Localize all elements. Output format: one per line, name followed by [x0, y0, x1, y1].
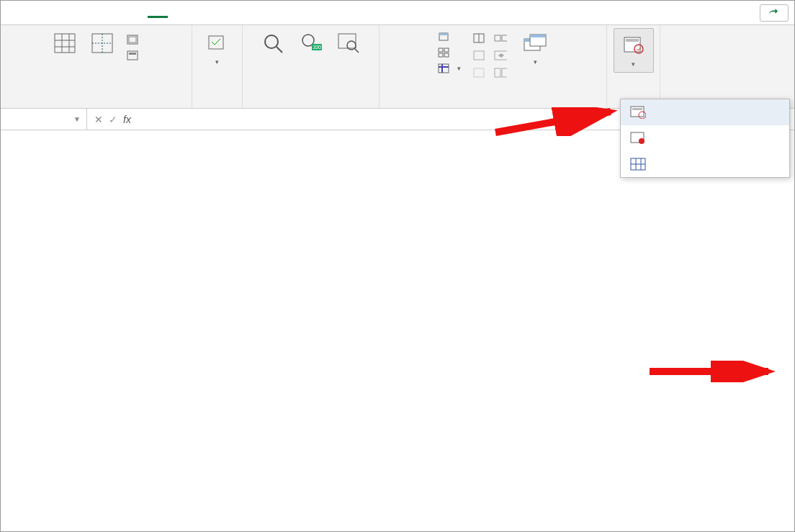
- custom-views-icon: [126, 50, 139, 61]
- switch-windows-button[interactable]: ▾: [518, 28, 552, 68]
- svg-rect-27: [444, 53, 449, 57]
- sync-scroll-button[interactable]: [493, 48, 508, 63]
- zoom-100-button[interactable]: 100: [295, 28, 328, 60]
- chevron-down-icon: ▾: [457, 65, 461, 72]
- svg-text:100: 100: [313, 45, 321, 50]
- zoom-selection-icon: [336, 31, 361, 55]
- tab-view[interactable]: [148, 7, 168, 18]
- tab-formulas[interactable]: [87, 9, 107, 17]
- svg-rect-34: [474, 68, 484, 77]
- chevron-down-icon: ▼: [73, 115, 81, 123]
- split-icon: [472, 32, 485, 44]
- tab-data[interactable]: [107, 9, 127, 17]
- zoom-100-icon: 100: [299, 31, 323, 55]
- macros-icon: [621, 33, 646, 58]
- sync-icon: [494, 50, 507, 61]
- show-dropdown-button[interactable]: ▾: [201, 28, 234, 68]
- freeze-panes-icon: [437, 63, 450, 74]
- svg-rect-26: [439, 53, 443, 57]
- chevron-down-icon: ▾: [534, 58, 537, 66]
- svg-rect-36: [502, 35, 507, 41]
- menu-bar: [1, 1, 794, 25]
- tab-review[interactable]: [127, 9, 148, 17]
- svg-rect-43: [530, 35, 546, 37]
- svg-rect-11: [129, 53, 136, 55]
- svg-rect-24: [439, 48, 443, 52]
- custom-views-button[interactable]: [123, 48, 145, 63]
- name-box[interactable]: ▼: [1, 109, 87, 130]
- group-show: ▾: [192, 25, 243, 108]
- svg-rect-39: [502, 68, 507, 77]
- dropdown-view-macros[interactable]: [621, 99, 789, 125]
- dropdown-record-macro[interactable]: [621, 125, 789, 151]
- arrange-all-button[interactable]: [434, 45, 464, 60]
- chevron-down-icon: ▾: [632, 60, 635, 68]
- fx-icon[interactable]: fx: [123, 114, 131, 125]
- unhide-button[interactable]: [471, 66, 487, 80]
- svg-rect-9: [129, 37, 136, 42]
- hide-button[interactable]: [471, 48, 487, 63]
- split-button[interactable]: [471, 31, 487, 45]
- svg-rect-12: [209, 36, 223, 49]
- ribbon: ▾ 100 ▾: [1, 25, 794, 109]
- svg-rect-10: [127, 51, 138, 60]
- svg-line-21: [355, 49, 359, 53]
- new-window-button[interactable]: [434, 30, 464, 44]
- freeze-panes-button[interactable]: ▾: [434, 61, 464, 76]
- svg-rect-0: [55, 34, 75, 53]
- zoom-to-selection-button[interactable]: [332, 28, 365, 60]
- svg-rect-35: [495, 35, 500, 41]
- sidebyside-icon: [494, 32, 507, 44]
- group-window: ▾ ▾: [379, 25, 607, 108]
- tab-insert[interactable]: [47, 9, 67, 17]
- normal-view-button[interactable]: [48, 28, 81, 60]
- zoom-icon: [261, 31, 286, 55]
- view-side-button[interactable]: [493, 31, 508, 45]
- group-macros: ▾: [607, 25, 660, 108]
- pagebreak-preview-button[interactable]: [86, 28, 119, 60]
- arrange-all-icon: [437, 47, 450, 58]
- annotation-arrow-1: [492, 107, 621, 136]
- svg-line-14: [277, 47, 282, 53]
- svg-line-56: [495, 112, 611, 132]
- svg-rect-33: [474, 51, 484, 60]
- macros-dropdown: [620, 99, 790, 178]
- tab-home[interactable]: [27, 9, 47, 17]
- switch-windows-icon: [523, 31, 547, 55]
- svg-rect-23: [439, 33, 448, 35]
- svg-rect-38: [495, 68, 500, 77]
- confirm-formula-icon[interactable]: ✓: [109, 114, 117, 125]
- cancel-formula-icon[interactable]: ✕: [94, 114, 103, 125]
- svg-point-51: [639, 138, 644, 144]
- svg-rect-25: [444, 48, 449, 52]
- tab-help[interactable]: [188, 9, 208, 17]
- zoom-button[interactable]: [257, 28, 290, 60]
- tab-pagelayout[interactable]: [67, 9, 87, 17]
- chevron-down-icon: ▾: [215, 58, 219, 66]
- svg-rect-48: [632, 108, 642, 110]
- annotation-arrow-2: [639, 361, 776, 382]
- page-layout-icon: [126, 34, 139, 45]
- reset-window-button[interactable]: [493, 66, 508, 80]
- normal-view-icon: [53, 31, 77, 55]
- dropdown-relative-refs[interactable]: [621, 151, 789, 177]
- tab-file[interactable]: [6, 9, 27, 17]
- macros-button[interactable]: ▾: [614, 28, 654, 73]
- tab-developer[interactable]: [168, 9, 188, 17]
- group-workbook-views: [1, 25, 192, 108]
- share-button[interactable]: [760, 4, 789, 22]
- pagebreak-icon: [90, 31, 114, 55]
- relative-refs-icon: [629, 157, 647, 171]
- reset-icon: [494, 67, 507, 78]
- share-icon: [768, 8, 778, 18]
- page-layout-button[interactable]: [123, 32, 145, 47]
- show-icon: [205, 31, 230, 55]
- hide-icon: [472, 50, 485, 61]
- record-macro-icon: [629, 131, 647, 145]
- new-window-icon: [437, 31, 450, 42]
- group-zoom: 100: [243, 25, 379, 108]
- view-macros-icon: [629, 105, 647, 120]
- svg-rect-28: [439, 64, 449, 73]
- svg-point-13: [265, 35, 278, 48]
- svg-rect-45: [626, 39, 639, 42]
